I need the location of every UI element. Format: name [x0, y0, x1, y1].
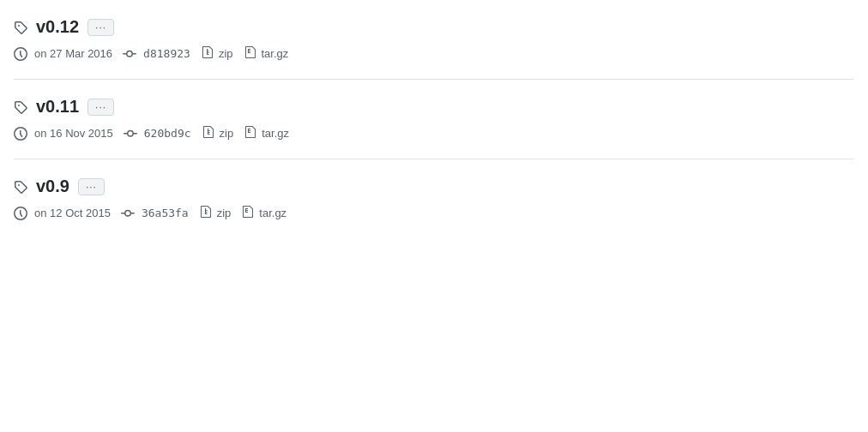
tgz-icon — [244, 125, 257, 141]
more-button[interactable]: ··· — [78, 178, 105, 195]
commit-icon-group: 36a53fa — [121, 207, 189, 220]
zip-label: zip — [217, 207, 232, 219]
clock-icon — [14, 207, 27, 220]
release-list: v0.12 ··· on 27 Mar 2016 d818923 zip tar… — [0, 0, 868, 238]
tag-icon — [14, 21, 27, 34]
tgz-label: tar.gz — [262, 127, 289, 140]
zip-icon — [202, 125, 215, 141]
release-meta-row: on 27 Mar 2016 d818923 zip tar.gz — [14, 45, 854, 62]
release-title[interactable]: v0.9 — [36, 177, 69, 196]
commit-icon — [123, 47, 136, 61]
commit-hash[interactable]: d818923 — [143, 47, 190, 60]
release-date: on 27 Mar 2016 — [34, 47, 112, 60]
release-meta-row: on 12 Oct 2015 36a53fa zip tar.gz — [14, 205, 854, 221]
commit-icon — [124, 127, 137, 141]
tgz-download-link[interactable]: tar.gz — [244, 125, 289, 141]
clock-icon-group: on 12 Oct 2015 — [14, 207, 111, 220]
clock-icon — [14, 47, 27, 61]
release-title[interactable]: v0.12 — [36, 17, 79, 37]
commit-icon-group: d818923 — [123, 47, 190, 61]
zip-icon — [199, 205, 213, 221]
more-button[interactable]: ··· — [87, 19, 114, 36]
tgz-download-link[interactable]: tar.gz — [244, 45, 289, 62]
commit-icon-group: 620bd9c — [124, 127, 191, 141]
release-item-v0.9: v0.9 ··· on 12 Oct 2015 36a53fa zip tar.… — [14, 159, 854, 238]
tag-icon — [14, 180, 27, 194]
zip-download-link[interactable]: zip — [199, 205, 232, 221]
release-date: on 16 Nov 2015 — [34, 127, 113, 140]
release-item-v0.12: v0.12 ··· on 27 Mar 2016 d818923 zip tar… — [14, 0, 854, 80]
zip-download-link[interactable]: zip — [201, 45, 233, 62]
release-meta-row: on 16 Nov 2015 620bd9c zip tar.gz — [14, 125, 854, 141]
commit-icon — [121, 207, 135, 220]
release-title-row: v0.12 ··· — [14, 17, 854, 37]
release-title[interactable]: v0.11 — [36, 97, 79, 117]
tgz-icon — [244, 45, 257, 62]
tgz-icon — [241, 205, 255, 221]
zip-download-link[interactable]: zip — [202, 125, 234, 141]
clock-icon-group: on 27 Mar 2016 — [14, 47, 112, 61]
zip-label: zip — [220, 127, 234, 140]
zip-label: zip — [219, 47, 233, 60]
clock-icon-group: on 16 Nov 2015 — [14, 127, 113, 141]
release-date: on 12 Oct 2015 — [34, 207, 111, 219]
release-title-row: v0.11 ··· — [14, 97, 854, 117]
release-item-v0.11: v0.11 ··· on 16 Nov 2015 620bd9c zip tar… — [14, 80, 854, 159]
zip-icon — [201, 45, 214, 62]
more-button[interactable]: ··· — [87, 99, 114, 116]
commit-hash[interactable]: 620bd9c — [144, 127, 191, 140]
tag-icon — [14, 100, 27, 114]
tgz-label: tar.gz — [259, 207, 286, 219]
tgz-label: tar.gz — [262, 47, 289, 60]
tgz-download-link[interactable]: tar.gz — [241, 205, 286, 221]
release-title-row: v0.9 ··· — [14, 177, 854, 196]
commit-hash[interactable]: 36a53fa — [142, 207, 189, 219]
clock-icon — [14, 127, 27, 141]
